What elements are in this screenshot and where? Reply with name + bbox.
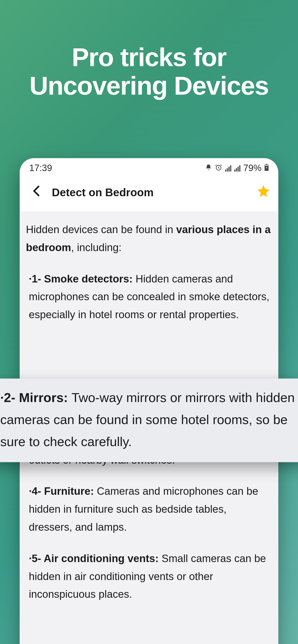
tip-5-num: ·5-: [29, 552, 44, 564]
tip-item-4: ·4- Furniture: Cameras and microphones c…: [26, 482, 272, 536]
promo-line-1: Pro tricks for: [72, 43, 226, 72]
app-header: Detect on Bedroom: [20, 176, 278, 212]
tip-1-num: ·1-: [29, 273, 44, 284]
back-button[interactable]: [27, 183, 45, 202]
page-title: Detect on Bedroom: [52, 186, 154, 199]
status-right: 79%: [205, 163, 269, 173]
signal-icon-1: [225, 165, 231, 172]
star-icon: [256, 184, 271, 198]
status-time: 17:39: [29, 163, 52, 173]
promo-headline: Pro tricks for Uncovering Devices: [0, 0, 298, 100]
battery-percent: 79%: [243, 163, 261, 173]
tip-4-num: ·4-: [29, 485, 44, 497]
alarm-icon: [215, 163, 222, 173]
intro-tail: , including:: [71, 242, 121, 253]
notification-icon: [205, 163, 212, 173]
tip-item-5: ·5- Air conditioning vents: Small camera…: [26, 550, 272, 603]
promo-line-2: Uncovering Devices: [30, 71, 268, 100]
highlighted-tip-card: ·2- Mirrors: Two-way mirrors or mirrors …: [0, 378, 298, 462]
intro-plain: Hidden devices can be found in: [26, 224, 176, 235]
chevron-left-icon: [32, 185, 40, 197]
favorite-button[interactable]: [256, 184, 271, 201]
tip-2-title: Mirrors:: [19, 390, 72, 405]
svg-rect-2: [266, 164, 267, 164]
signal-icon-2: [234, 165, 240, 172]
battery-icon: [264, 163, 269, 173]
tip-2-num: ·2-: [0, 390, 19, 405]
status-bar: 17:39 79%: [20, 158, 278, 176]
intro-text: Hidden devices can be found in various p…: [26, 221, 272, 256]
tip-5-title: Air conditioning vents:: [44, 552, 162, 564]
tip-item-1: ·1- Smoke detectors: Hidden cameras and …: [26, 270, 272, 324]
tip-1-title: Smoke detectors:: [44, 273, 135, 284]
tip-4-title: Furniture:: [44, 485, 97, 497]
